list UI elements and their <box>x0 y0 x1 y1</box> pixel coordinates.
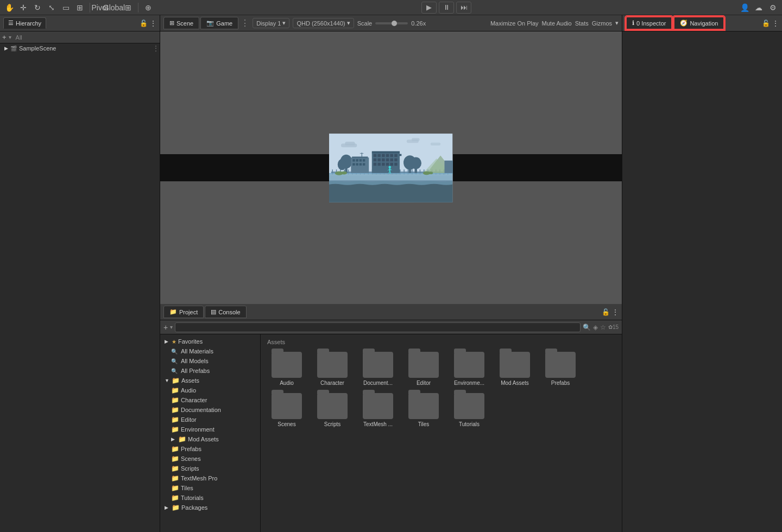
mute-audio-btn[interactable]: Mute Audio <box>542 20 572 27</box>
svg-rect-76 <box>395 162 398 165</box>
svg-rect-69 <box>390 158 393 161</box>
all-materials-item[interactable]: 🔍 All Materials <box>160 346 260 356</box>
environment-label: Environment <box>181 426 215 433</box>
inspector-tab[interactable]: ℹ 0 Inspector <box>626 16 672 30</box>
pause-button[interactable]: ⏸ <box>439 2 454 14</box>
hierarchy-scene-item[interactable]: ▶ 🎬 SampleScene ⋮ <box>0 43 160 53</box>
hierarchy-dropdown-arrow[interactable]: ▾ <box>9 34 11 40</box>
hand-tool-icon[interactable]: ✋ <box>3 2 15 14</box>
scene-tabs-more-icon[interactable]: ⋮ <box>241 18 249 28</box>
gizmos-btn[interactable]: Gizmos <box>592 20 612 27</box>
scene-tab[interactable]: ⊞ Scene <box>163 17 199 29</box>
editor-asset-label: Editor <box>417 379 431 387</box>
mod-assets-tree-item[interactable]: ▶ 📁 Mod Assets <box>160 434 260 444</box>
svg-rect-6 <box>431 142 440 145</box>
step-button[interactable]: ⏭ <box>456 2 471 14</box>
project-search-icons: 🔍 ◈ ☆ ✿15 <box>583 324 619 331</box>
asset-textmesh[interactable]: TextMesh ... <box>356 391 400 430</box>
character-tree-item[interactable]: 📁 Character <box>160 395 260 405</box>
play-button[interactable]: ▶ <box>421 2 437 14</box>
cloud-icon[interactable]: ☁ <box>753 2 765 14</box>
assets-tree-item[interactable]: ▼ 📁 Assets <box>160 376 260 385</box>
character-label: Character <box>181 397 207 403</box>
svg-rect-52 <box>356 163 358 165</box>
layers-icon[interactable]: ⊕ <box>142 2 154 14</box>
all-prefabs-item[interactable]: 🔍 All Prefabs <box>160 366 260 376</box>
asset-tiles[interactable]: Tiles <box>402 391 445 430</box>
svg-rect-66 <box>378 158 381 161</box>
game-view-black-bottom <box>453 154 622 181</box>
search-icon[interactable]: 🔍 <box>583 324 591 331</box>
tiles-label: Tiles <box>181 485 193 491</box>
center-right-area: ⊞ Scene 📷 Game ⋮ Display 1 ▾ QHD (2560x1… <box>160 15 622 532</box>
svg-rect-72 <box>378 162 381 165</box>
project-add-btn[interactable]: + <box>163 323 168 332</box>
asset-scenes[interactable]: Scenes <box>265 391 308 430</box>
scene-options-right: Maximize On Play Mute Audio Stats Gizmos… <box>490 20 619 27</box>
scripts-tree-item[interactable]: 📁 Scripts <box>160 464 260 473</box>
display-selector[interactable]: Display 1 ▾ <box>253 18 289 28</box>
scene-more-icon[interactable]: ⋮ <box>152 44 160 53</box>
stats-btn[interactable]: Stats <box>575 20 589 27</box>
rotate-tool-icon[interactable]: ↻ <box>31 2 43 14</box>
asset-document[interactable]: Document... <box>356 350 400 389</box>
right-more-icon[interactable]: ⋮ <box>772 20 779 27</box>
tiles-tree-item[interactable]: 📁 Tiles <box>160 483 260 493</box>
asset-scripts[interactable]: Scripts <box>311 391 354 430</box>
bottom-more-icon[interactable]: ⋮ <box>612 308 619 316</box>
project-tab[interactable]: 📁 Project <box>163 306 204 318</box>
resolution-selector[interactable]: QHD (2560x1440) ▾ <box>293 18 354 28</box>
settings-icon[interactable]: ⚙ <box>767 2 779 14</box>
audio-tree-item[interactable]: 📁 Audio <box>160 385 260 395</box>
hierarchy-more-icon[interactable]: ⋮ <box>150 20 156 27</box>
account-icon[interactable]: 👤 <box>739 2 751 14</box>
asset-mod-assets[interactable]: Mod Assets <box>493 350 537 389</box>
search-star-icon[interactable]: ☆ <box>600 324 606 331</box>
asset-editor[interactable]: Editor <box>402 350 445 389</box>
documentation-tree-item[interactable]: 📁 Documentation <box>160 405 260 415</box>
grid-icon[interactable]: ⊞ <box>122 2 134 14</box>
transform-tool-icon[interactable]: ⊞ <box>74 2 86 14</box>
favorites-item[interactable]: ▶ ★ Favorites <box>160 337 260 346</box>
all-models-item[interactable]: 🔍 All Models <box>160 356 260 366</box>
right-tab-icons: 🔓 ⋮ <box>762 20 779 27</box>
hierarchy-add-button[interactable]: + <box>2 31 7 43</box>
global-toggle[interactable]: Global <box>108 2 120 14</box>
textmesh-tree-item[interactable]: 📁 TextMesh Pro <box>160 473 260 483</box>
prefabs-tree-item[interactable]: 📁 Prefabs <box>160 444 260 454</box>
gizmos-arrow[interactable]: ▾ <box>615 20 619 27</box>
asset-tutorials[interactable]: Tutorials <box>447 391 491 430</box>
search-filter-icon[interactable]: ◈ <box>593 324 598 331</box>
rect-tool-icon[interactable]: ▭ <box>60 2 72 14</box>
tutorials-tree-item[interactable]: 📁 Tutorials <box>160 493 260 503</box>
svg-rect-54 <box>363 163 365 165</box>
editor-tree-item[interactable]: 📁 Editor <box>160 415 260 425</box>
asset-prefabs[interactable]: Prefabs <box>539 350 582 389</box>
packages-tree-item[interactable]: ▶ 📁 Packages <box>160 503 260 512</box>
project-add-arrow[interactable]: ▾ <box>170 324 173 330</box>
game-tab[interactable]: 📷 Game <box>200 17 238 29</box>
hierarchy-tab[interactable]: ☰ Hierarchy <box>3 17 46 29</box>
hierarchy-lock-icon[interactable]: 🔓 <box>140 20 148 27</box>
project-search-input[interactable] <box>175 322 581 332</box>
scale-tool-icon[interactable]: ⤡ <box>46 2 58 14</box>
bottom-lock-icon[interactable]: 🔓 <box>602 308 610 316</box>
asset-character[interactable]: Character <box>311 350 354 389</box>
console-tab[interactable]: ▤ Console <box>205 306 246 318</box>
asset-audio[interactable]: Audio <box>265 350 308 389</box>
document-folder-bg <box>363 352 393 378</box>
svg-rect-10 <box>329 174 452 175</box>
asset-environment[interactable]: Environme... <box>447 350 491 389</box>
svg-rect-73 <box>382 162 385 165</box>
console-tab-icon: ▤ <box>211 308 216 315</box>
toolbar-separator-2 <box>138 3 138 12</box>
audio-label: Audio <box>181 387 196 394</box>
environment-tree-item[interactable]: 📁 Environment <box>160 425 260 434</box>
move-tool-icon[interactable]: ✛ <box>17 2 29 14</box>
textmesh-folder-icon: 📁 <box>171 474 179 482</box>
right-lock-icon[interactable]: 🔓 <box>762 20 770 27</box>
scale-slider[interactable] <box>375 22 408 24</box>
navigation-tab[interactable]: 🧭 Navigation <box>673 16 724 30</box>
maximize-on-play-btn[interactable]: Maximize On Play <box>490 20 539 27</box>
scenes-tree-item[interactable]: 📁 Scenes <box>160 454 260 464</box>
